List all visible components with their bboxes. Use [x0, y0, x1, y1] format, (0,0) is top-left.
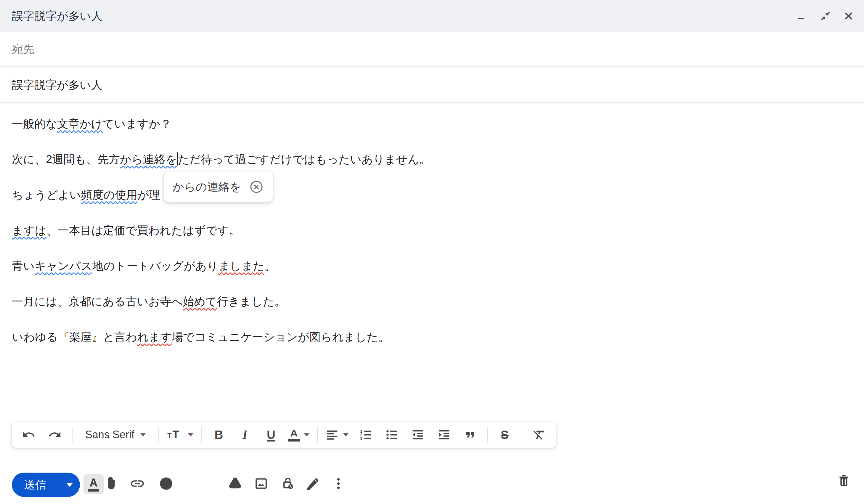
spellcheck-suggestion-popup[interactable]: からの連絡を [164, 171, 273, 203]
grammar-flag: 頻度の使用 [81, 189, 137, 201]
grammar-flag: ますは [12, 224, 47, 237]
spelling-flag: れます [137, 331, 172, 343]
compose-title: 誤字脱字が多い人 [12, 9, 103, 24]
chevron-down-icon [188, 433, 193, 436]
confidential-mode-button[interactable] [279, 475, 297, 493]
dismiss-suggestion-button[interactable] [249, 179, 264, 194]
grammar-flag: キャンパス [35, 260, 92, 272]
suggestion-text[interactable]: からの連絡を [172, 179, 241, 194]
insert-image-icon [253, 476, 269, 491]
strikethrough-button[interactable]: S [495, 425, 514, 444]
insert-photo-button[interactable] [252, 475, 270, 493]
window-controls [796, 0, 855, 32]
quote-icon [464, 428, 477, 442]
svg-text:T: T [172, 429, 179, 441]
redo-icon [48, 428, 62, 442]
subject-value: 誤字脱字が多い人 [12, 77, 103, 93]
indent-decrease-button[interactable] [409, 425, 427, 444]
insert-link-button[interactable] [128, 475, 146, 493]
signature-icon [305, 476, 320, 491]
compose-titlebar: 誤字脱字が多い人 [0, 0, 864, 32]
delete-draft-button[interactable] [835, 471, 853, 490]
chevron-down-icon [140, 433, 146, 436]
more-options-icon [331, 476, 346, 491]
numbered-list-icon: 1 2 3 [359, 428, 372, 442]
exit-fullscreen-button[interactable] [819, 10, 832, 23]
clear-formatting-button[interactable] [530, 425, 548, 444]
indent-increase-icon [437, 428, 451, 442]
message-body-input[interactable]: 一般的な文章かけていますか？ 次に、2週間も、先方から連絡をただ待って過ごすだけ… [12, 106, 852, 355]
undo-icon [22, 428, 36, 442]
send-button[interactable]: 送信 [12, 472, 59, 497]
insert-from-drive-button[interactable] [226, 475, 244, 493]
bold-icon: B [215, 428, 223, 442]
chevron-down-icon [304, 433, 309, 436]
text-color-menu[interactable]: A [288, 425, 309, 444]
quote-button[interactable] [461, 425, 479, 444]
bold-button[interactable]: B [209, 425, 228, 444]
formatting-options-icon: A [89, 477, 97, 488]
strikethrough-icon: S [501, 428, 509, 442]
italic-button[interactable]: I [236, 425, 254, 444]
grammar-flag: から連絡を [120, 153, 177, 166]
spelling-flag: ましまた [218, 260, 264, 272]
recipients-placeholder: 宛先 [12, 42, 34, 57]
insert-signature-button[interactable] [303, 475, 322, 493]
body-paragraph-1: 一般的な文章かけていますか？ [12, 106, 852, 142]
chevron-down-icon [343, 433, 348, 436]
underline-button[interactable]: U [262, 425, 280, 444]
minimize-icon [797, 11, 807, 21]
indent-increase-button[interactable] [435, 425, 453, 444]
font-size-menu[interactable]: T T [167, 425, 193, 444]
formatting-options-button[interactable]: A [84, 474, 104, 494]
attach-files-button[interactable] [102, 475, 120, 493]
compose-window: { "colors": { "header_bg": "#f0f1f4", "t… [0, 0, 864, 504]
toolbar-divider [201, 427, 202, 443]
italic-icon: I [242, 428, 247, 442]
body-paragraph-2: 次に、2週間も、先方から連絡をただ待って過ごすだけではもったいありません。 [12, 142, 852, 177]
body-paragraph-4: ますは、一本目は定価で買われたはずです。 [12, 213, 852, 248]
body-paragraph-7: いわゆる『楽屋』と言われます場でコミュニケーションが図られました。 [12, 319, 852, 355]
send-options-button[interactable] [59, 472, 80, 497]
send-button-group: 送信 [12, 472, 80, 497]
spelling-flag: 始めて [183, 295, 217, 308]
bulleted-list-icon [385, 428, 398, 442]
font-family-label: Sans Serif [85, 429, 134, 441]
recipients-field[interactable]: 宛先 [0, 32, 864, 67]
bulleted-list-button[interactable] [383, 425, 401, 444]
align-menu[interactable] [325, 425, 348, 444]
font-size-icon: T T [167, 428, 184, 442]
undo-button[interactable] [20, 425, 38, 444]
indent-decrease-icon [411, 428, 424, 442]
insert-emoji-button[interactable] [157, 475, 175, 493]
drive-icon [227, 476, 243, 491]
exit-fullscreen-icon [820, 11, 830, 21]
send-label: 送信 [24, 477, 47, 492]
body-paragraph-6: 一月には、京都にある古いお寺へ始めて行きました。 [12, 284, 852, 319]
toolbar-divider [158, 427, 159, 443]
chevron-down-icon [66, 483, 73, 487]
numbered-list-button[interactable]: 1 2 3 [357, 425, 375, 444]
svg-text:T: T [168, 432, 172, 440]
toolbar-divider [72, 427, 73, 443]
body-paragraph-5: 青いキャンパス地のトートバッグがありましまた。 [12, 248, 852, 284]
toolbar-divider [522, 427, 522, 443]
redo-button[interactable] [46, 425, 64, 444]
minimize-button[interactable] [796, 10, 809, 23]
toolbar-divider [487, 427, 488, 443]
grammar-flag: 文章かけ [57, 118, 103, 130]
more-options-button[interactable] [329, 475, 348, 493]
font-family-menu[interactable]: Sans Serif [80, 425, 151, 444]
close-icon [843, 11, 854, 21]
close-button[interactable] [842, 10, 855, 23]
clear-formatting-icon [532, 428, 546, 442]
subject-field[interactable]: 誤字脱字が多い人 [0, 68, 864, 103]
link-icon [130, 476, 145, 491]
confidential-icon [280, 476, 296, 491]
text-color-icon: A [288, 428, 300, 442]
emoji-icon [158, 476, 174, 491]
attach-icon [104, 476, 119, 491]
align-icon [325, 428, 339, 442]
formatting-toolbar: Sans Serif T T B I U A 1 2 3 [12, 422, 556, 448]
body-paragraph-3: ちょうどよい頻度の使用が理 [12, 177, 852, 213]
